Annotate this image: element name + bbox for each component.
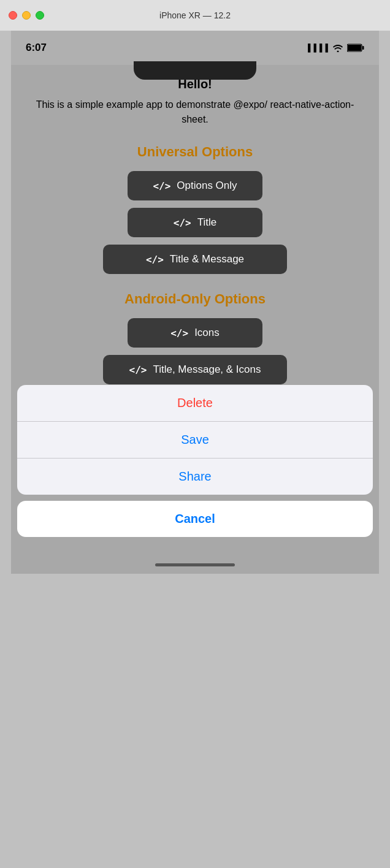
status-icons: ▐▐▐▐ [305,44,364,52]
save-action[interactable]: Save [17,421,373,458]
android-section-title: Android-Only Options [23,291,367,307]
cancel-action[interactable]: Cancel [17,501,373,537]
battery-icon [347,44,364,52]
status-bar: 6:07 ▐▐▐▐ [11,31,379,65]
action-sheet: Delete Save Share [17,385,373,495]
home-indicator [155,563,235,566]
share-label: Share [178,470,211,484]
universal-section-title: Universal Options [23,144,367,160]
code-icon: </> [153,180,170,192]
home-indicator-bar [11,555,379,574]
status-time: 6:07 [26,42,47,54]
window-title: iPhone XR — 12.2 [159,10,231,20]
iphone-notch [134,61,256,80]
title-label: Title [197,216,217,229]
delete-action[interactable]: Delete [17,385,373,421]
icons-button[interactable]: </> Icons [128,318,262,348]
traffic-lights [9,11,44,20]
code-icon: </> [170,327,188,339]
options-only-button[interactable]: </> Options Only [128,171,262,200]
title-message-icons-button[interactable]: </> Title, Message, & Icons [103,355,287,384]
code-icon: </> [174,217,191,229]
options-only-label: Options Only [177,180,237,192]
action-sheet-container: Delete Save Share Cancel [11,385,379,555]
titlebar: iPhone XR — 12.2 [0,0,390,31]
close-button[interactable] [9,11,17,20]
wifi-icon [332,44,343,52]
action-sheet-cancel-group: Cancel [17,501,373,537]
title-button[interactable]: </> Title [128,208,262,237]
iphone-frame: 6:07 ▐▐▐▐ Hello! This is a simple exampl… [11,31,379,555]
universal-button-group: </> Options Only </> Title </> Title & M… [23,171,367,274]
app-content: Hello! This is a simple example app to d… [11,65,379,555]
code-icon: </> [129,364,147,376]
title-message-label: Title & Message [170,253,244,265]
save-label: Save [181,433,209,447]
minimize-button[interactable] [22,11,31,20]
signal-icon: ▐▐▐▐ [305,44,329,52]
code-icon: </> [146,254,164,265]
svg-rect-2 [362,46,364,50]
share-action[interactable]: Share [17,458,373,495]
svg-rect-1 [348,45,361,51]
title-message-button[interactable]: </> Title & Message [103,245,287,274]
icons-label: Icons [194,327,220,339]
delete-label: Delete [177,396,213,410]
title-message-icons-label: Title, Message, & Icons [153,364,261,376]
maximize-button[interactable] [36,11,44,20]
cancel-label: Cancel [175,512,215,526]
app-description: This is a simple example app to demonstr… [23,97,367,127]
